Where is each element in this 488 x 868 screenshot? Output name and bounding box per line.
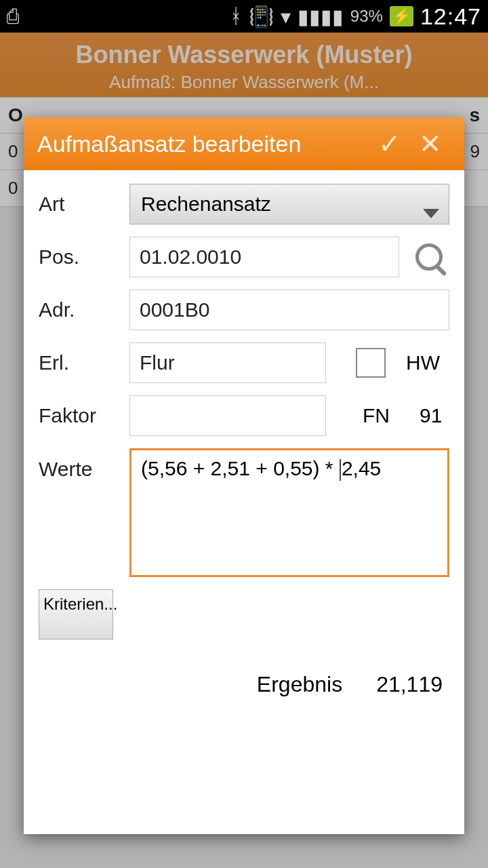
text-cursor xyxy=(340,459,341,481)
dialog-title: Aufmaßansatz bearbeiten xyxy=(37,131,369,157)
erl-label: Erl. xyxy=(39,351,120,374)
pos-search-button[interactable] xyxy=(409,237,449,277)
usb-icon: ⎙ xyxy=(7,5,19,28)
adr-label: Adr. xyxy=(39,298,120,321)
art-select[interactable]: Rechenansatz xyxy=(129,184,449,224)
clock: 12:47 xyxy=(420,3,481,30)
modal-overlay: Aufmaßansatz bearbeiten ✓ ✕ Art Rechenan… xyxy=(0,33,488,868)
adr-value: 0001B0 xyxy=(140,298,209,321)
werte-post: 2,45 xyxy=(342,457,381,479)
check-icon: ✓ xyxy=(378,129,401,159)
close-button[interactable]: ✕ xyxy=(410,128,451,159)
pos-label: Pos. xyxy=(39,245,120,269)
art-label: Art xyxy=(39,193,120,216)
bluetooth-icon: ᚼ xyxy=(230,5,242,28)
battery-pct: 93% xyxy=(350,7,383,26)
chevron-down-icon xyxy=(423,209,439,218)
fn-value: 91 xyxy=(420,404,442,427)
status-bar: ⎙ ᚼ 📳 ▾ ▮▮▮▮ 93% ⚡ 12:47 xyxy=(0,0,488,33)
edit-dialog: Aufmaßansatz bearbeiten ✓ ✕ Art Rechenan… xyxy=(24,117,464,834)
ergebnis-label: Ergebnis xyxy=(257,672,342,697)
pos-value: 01.02.0010 xyxy=(140,245,241,269)
erl-value: Flur xyxy=(140,351,175,374)
vibrate-icon: 📳 xyxy=(249,5,274,28)
werte-input[interactable]: (5,56 + 2,51 + 0,55) * 2,45 xyxy=(129,448,449,577)
signal-icon: ▮▮▮▮ xyxy=(298,5,344,28)
hw-checkbox[interactable] xyxy=(356,348,386,378)
werte-label: Werte xyxy=(39,448,120,481)
confirm-button[interactable]: ✓ xyxy=(369,128,410,159)
erl-input[interactable]: Flur xyxy=(129,342,326,383)
faktor-label: Faktor xyxy=(39,404,120,427)
wifi-icon: ▾ xyxy=(281,5,291,28)
werte-pre: (5,56 + 2,51 + 0,55) * xyxy=(141,457,339,479)
pos-input[interactable]: 01.02.0010 xyxy=(129,237,399,277)
hw-label: HW xyxy=(406,351,440,374)
faktor-input[interactable] xyxy=(129,395,326,436)
adr-input[interactable]: 0001B0 xyxy=(129,290,449,330)
art-value: Rechenansatz xyxy=(141,193,271,216)
close-icon: ✕ xyxy=(419,129,442,159)
kriterien-button[interactable]: Kriterien... xyxy=(39,589,113,639)
battery-icon: ⚡ xyxy=(390,6,413,26)
search-icon xyxy=(415,243,443,271)
ergebnis-value: 21,119 xyxy=(376,672,443,697)
dialog-header: Aufmaßansatz bearbeiten ✓ ✕ xyxy=(24,117,464,170)
fn-label: FN xyxy=(363,404,390,427)
